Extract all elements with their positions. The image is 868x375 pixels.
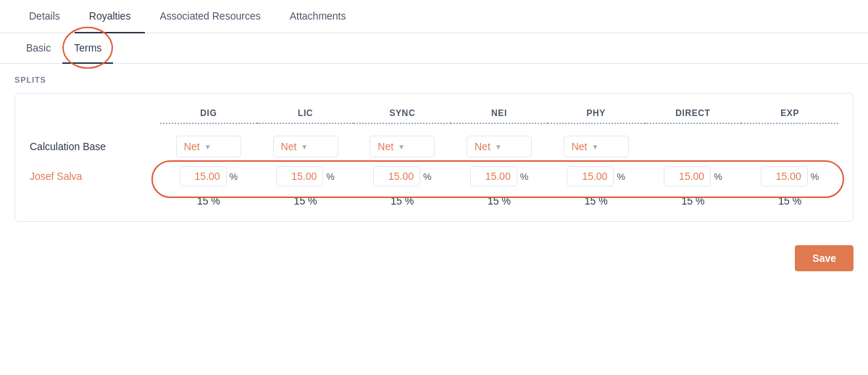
dropdown-cell-1: Net▼	[257, 136, 354, 157]
top-tab-attachments[interactable]: Attachments	[275, 0, 361, 33]
top-tabs: DetailsRoyaltiesAssociated ResourcesAtta…	[0, 0, 868, 33]
chevron-icon-0: ▼	[204, 143, 212, 151]
save-button[interactable]: Save	[795, 245, 854, 271]
artist-pct-4: %	[617, 171, 625, 182]
artist-value-input-1[interactable]	[276, 166, 323, 186]
col-header-lic: LIC	[257, 108, 354, 124]
col-header-nei: NEI	[451, 108, 548, 124]
summary-cell-1: 15 %	[257, 195, 354, 207]
splits-table-card: DIGLICSYNCNEIPHYDIRECTEXP Calculation Ba…	[14, 93, 854, 222]
artist-value-cell-3: %	[451, 166, 548, 186]
summary-cell-6: 15 %	[741, 195, 838, 207]
calculation-base-row: Calculation Base Net▼Net▼Net▼Net▼Net▼	[30, 136, 838, 157]
chevron-icon-3: ▼	[495, 143, 502, 151]
artist-pct-0: %	[230, 171, 238, 182]
artist-value-input-3[interactable]	[470, 166, 517, 186]
top-tab-associated-resources[interactable]: Associated Resources	[145, 0, 275, 33]
artist-value-cell-6: %	[741, 166, 838, 186]
artist-row: Josef Salva %%%%%%%	[30, 166, 838, 186]
section-label: SPLITS	[14, 75, 854, 84]
dropdown-value-1: Net	[281, 141, 297, 152]
dropdown-select-1[interactable]: Net▼	[273, 136, 338, 157]
dropdown-cell-0: Net▼	[160, 136, 257, 157]
dropdown-cell-3: Net▼	[451, 136, 548, 157]
dropdown-select-2[interactable]: Net▼	[370, 136, 435, 157]
chevron-icon-4: ▼	[592, 143, 599, 151]
artist-value-cell-4: %	[548, 166, 645, 186]
summary-row: 15 %15 %15 %15 %15 %15 %15 %	[30, 195, 838, 207]
chevron-icon-1: ▼	[301, 143, 308, 151]
col-header-dig: DIG	[160, 108, 257, 124]
artist-value-input-6[interactable]	[761, 166, 808, 186]
col-header-sync: SYNC	[354, 108, 451, 124]
artist-value-input-2[interactable]	[373, 166, 420, 186]
dropdown-select-3[interactable]: Net▼	[467, 136, 532, 157]
artist-pct-1: %	[326, 171, 335, 182]
dropdown-cell-4: Net▼	[548, 136, 645, 157]
summary-cell-5: 15 %	[645, 195, 742, 207]
sub-tab-terms[interactable]: Terms	[62, 33, 113, 64]
artist-pct-3: %	[520, 171, 529, 182]
artist-row-wrapper: Josef Salva %%%%%%%	[30, 166, 838, 186]
dropdown-select-4[interactable]: Net▼	[564, 136, 629, 157]
dropdown-value-3: Net	[475, 141, 491, 152]
artist-value-cell-1: %	[257, 166, 354, 186]
chevron-icon-2: ▼	[398, 143, 405, 151]
artist-value-input-4[interactable]	[567, 166, 614, 186]
artist-pct-2: %	[423, 171, 432, 182]
dropdown-value-4: Net	[572, 141, 588, 152]
column-headers: DIGLICSYNCNEIPHYDIRECTEXP	[30, 108, 838, 124]
dropdown-value-2: Net	[377, 141, 393, 152]
artist-value-input-0[interactable]	[180, 166, 227, 186]
sub-tabs: BasicTerms	[0, 33, 868, 64]
summary-cell-0: 15 %	[160, 195, 257, 207]
summary-cell-4: 15 %	[548, 195, 645, 207]
artist-value-input-5[interactable]	[664, 166, 711, 186]
artist-name-link[interactable]: Josef Salva	[30, 170, 160, 182]
artist-value-cell-2: %	[354, 166, 451, 186]
top-tab-royalties[interactable]: Royalties	[75, 0, 146, 33]
dropdown-cell-2: Net▼	[354, 136, 451, 157]
col-header-exp: EXP	[741, 108, 838, 124]
summary-cell-2: 15 %	[354, 195, 451, 207]
artist-pct-6: %	[811, 171, 819, 182]
save-button-wrapper: Save	[0, 234, 868, 283]
dropdown-value-0: Net	[184, 141, 200, 152]
sub-tab-basic[interactable]: Basic	[14, 33, 62, 64]
col-header-direct: DIRECT	[645, 108, 742, 124]
dropdown-select-0[interactable]: Net▼	[176, 136, 241, 157]
artist-value-cell-0: %	[160, 166, 257, 186]
artist-value-cell-5: %	[645, 166, 742, 186]
col-header-phy: PHY	[548, 108, 645, 124]
artist-pct-5: %	[714, 171, 722, 182]
calculation-base-label: Calculation Base	[30, 141, 160, 152]
terms-tab-wrapper: Terms	[62, 33, 113, 63]
summary-cell-3: 15 %	[451, 195, 548, 207]
col-header-empty	[30, 108, 160, 124]
content-area: SPLITS DIGLICSYNCNEIPHYDIRECTEXP Calcula…	[0, 64, 868, 234]
top-tab-details[interactable]: Details	[14, 0, 75, 33]
